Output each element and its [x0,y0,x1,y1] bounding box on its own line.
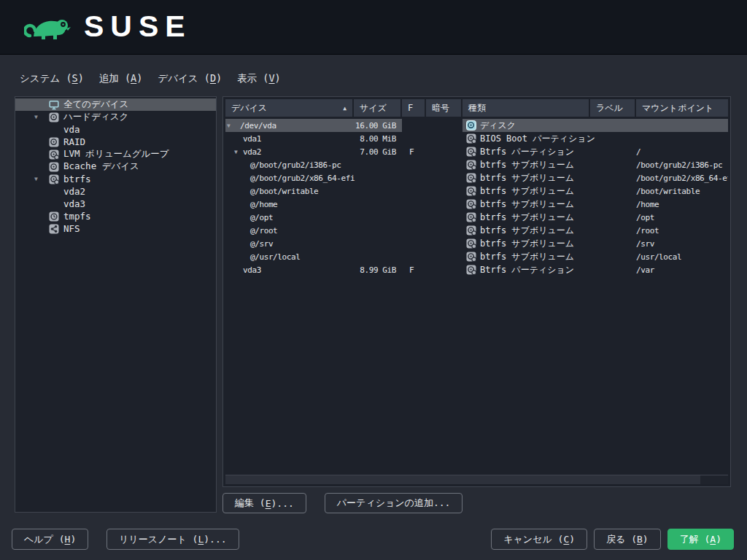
expander-triangle-icon[interactable]: ▼ [234,149,241,155]
device-table-panel: デバイス▲ サイズ F 暗号 種類 ラベル マウントポイント ▼/dev/vda… [222,96,731,487]
table-row[interactable]: @/rootbtrfs サブボリューム/root [225,224,728,237]
back-button[interactable]: 戻る (B) [594,529,661,550]
cell-type: btrfs サブボリューム [462,171,590,184]
column-header-mountpoint[interactable]: マウントポイント [636,99,728,117]
table-header-row: デバイス▲ サイズ F 暗号 種類 ラベル マウントポイント [225,99,728,117]
cell-format-flag: F [402,263,426,276]
type-label: ディスク [480,120,516,132]
cell-device: @/home [225,198,354,211]
cell-mountpoint [636,132,728,145]
column-header-encryption[interactable]: 暗号 [426,99,462,117]
device-name: @/root [250,226,277,236]
sidebar-item-nfs[interactable]: NFS [15,222,216,235]
subvolume-icon [466,186,476,196]
cell-type: Btrfs パーティション [462,145,590,158]
sidebar-item-tmpfs[interactable]: tmpfs [15,210,216,222]
accept-button[interactable]: 了解 (A) [667,529,734,550]
sidebar-item-all-devices[interactable]: 全てのデバイス [15,98,216,111]
cell-type: btrfs サブボリューム [462,198,590,211]
cell-mountpoint: /opt [636,211,728,224]
column-header-label[interactable]: ラベル [590,99,636,117]
cell-mountpoint: /root [636,224,728,237]
cell-encryption [426,184,462,198]
table-row[interactable]: @/usr/localbtrfs サブボリューム/usr/local [225,250,728,263]
sidebar-item-bcache[interactable]: Bcache デバイス [15,160,216,173]
cell-mountpoint: / [636,145,728,158]
cell-type: btrfs サブボリューム [462,250,590,263]
suse-chameleon-logo-icon [24,7,72,47]
harddisk-icon [49,112,59,122]
table-row[interactable]: ▼/dev/vda16.00 GiBディスク [225,119,728,132]
help-button[interactable]: ヘルプ (H) [12,529,88,550]
cell-mountpoint: /usr/local [636,250,728,263]
sidebar-item-label: vda [63,124,80,135]
cell-encryption [426,171,462,184]
cell-label [590,263,636,276]
cell-size [354,250,402,263]
partition-icon [466,265,476,275]
cell-size [354,171,402,184]
menu-device[interactable]: デバイス (D) [155,71,224,87]
table-action-buttons: 編集 (E)...パーティションの追加... [222,493,462,513]
table-row[interactable]: @/boot/grub2/i386-pcbtrfs サブボリューム/boot/g… [225,158,728,171]
cell-mountpoint: /srv [636,237,728,250]
table-row[interactable]: @/boot/writablebtrfs サブボリューム/boot/writab… [225,184,728,198]
subvolume-icon [466,199,476,209]
cell-size: 8.00 MiB [354,132,402,145]
column-header-device[interactable]: デバイス▲ [225,99,354,117]
device-name: vda2 [243,147,261,157]
menu-view[interactable]: 表示 (V) [235,71,283,87]
cell-label [590,171,636,184]
menu-system[interactable]: システム (S) [18,71,86,87]
cell-size [354,198,402,211]
sidebar-item-label: 全てのデバイス [63,98,128,111]
menu-add[interactable]: 追加 (A) [97,71,145,87]
expander-triangle-icon[interactable]: ▼ [227,122,234,129]
edit-button[interactable]: 編集 (E)... [222,493,306,513]
table-row[interactable]: ▼vda27.00 GiBFBtrfs パーティション/ [225,145,728,158]
cell-type: btrfs サブボリューム [462,184,590,198]
sidebar-item-hard-disks[interactable]: ▼ハードディスク [15,111,216,123]
cell-label [590,184,636,198]
table-row[interactable]: @/homebtrfs サブボリューム/home [225,198,728,211]
column-header-size[interactable]: サイズ [354,99,402,117]
cell-device: vda3 [225,263,354,276]
sidebar-item-lvm[interactable]: LVM ボリュームグループ [15,148,216,160]
sidebar-item-vda2[interactable]: vda2 [15,185,216,198]
expander-triangle-icon[interactable]: ▼ [34,176,49,182]
cell-encryption [426,145,462,158]
type-label: BIOS Boot パーティション [480,133,595,145]
column-header-type[interactable]: 種類 [462,99,590,117]
device-name: vda1 [243,134,261,144]
type-label: btrfs サブボリューム [480,198,574,211]
cell-format-flag [402,237,426,250]
disk-icon [466,120,476,131]
sidebar-item-raid[interactable]: RAID [15,136,216,148]
table-row[interactable]: @/srvbtrfs サブボリューム/srv [225,237,728,250]
type-label: btrfs サブボリューム [480,225,574,237]
cell-device: @/boot/grub2/i386-pc [225,158,354,171]
column-header-format[interactable]: F [402,99,426,117]
sidebar-item-btrfs[interactable]: ▼btrfs [15,173,216,185]
sidebar-item-vda[interactable]: vda [15,123,216,136]
expander-triangle-icon[interactable]: ▼ [34,114,49,120]
sidebar-item-vda3[interactable]: vda3 [15,198,216,210]
table-row[interactable]: vda38.99 GiBFBtrfs パーティション/var [225,263,728,276]
btrfs-icon [49,174,59,184]
table-row[interactable]: @/optbtrfs サブボリューム/opt [225,211,728,224]
type-label: btrfs サブボリューム [480,251,574,263]
release-notes-button[interactable]: リリースノート (L)... [107,529,239,550]
table-row[interactable]: @/boot/grub2/x86_64-efibtrfs サブボリューム/boo… [225,171,728,184]
cell-size [354,184,402,198]
horizontal-scrollbar[interactable] [225,475,728,484]
cell-format-flag [402,224,426,237]
cell-encryption [426,132,462,145]
horizontal-scrollbar-thumb[interactable] [225,475,700,484]
add-partition-button[interactable]: パーティションの追加... [325,493,463,513]
tmpfs-icon [49,211,59,222]
sidebar-item-label: btrfs [63,174,91,184]
sort-ascending-icon: ▲ [343,105,347,112]
table-row[interactable]: vda18.00 MiBBIOS Boot パーティション [225,132,728,145]
cancel-button[interactable]: キャンセル (C) [491,529,587,550]
type-label: btrfs サブボリューム [480,185,574,198]
